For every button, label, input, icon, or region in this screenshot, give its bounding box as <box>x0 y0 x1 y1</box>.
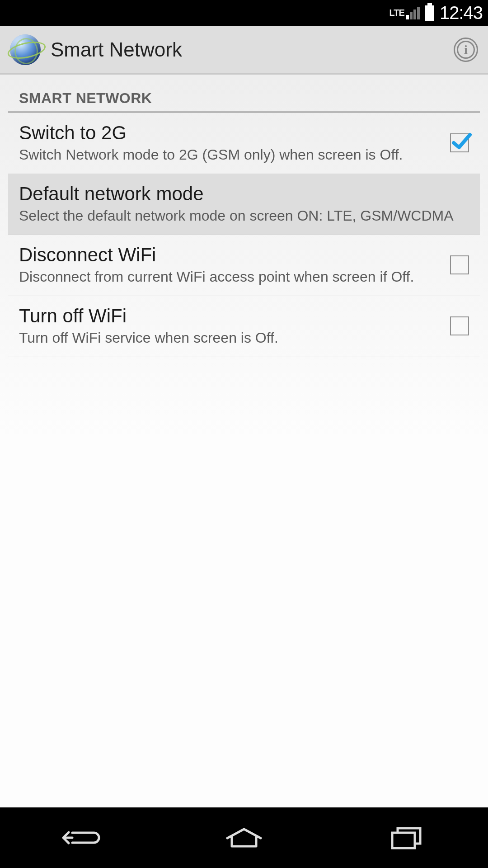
checkbox-turn-off-wifi[interactable] <box>450 316 469 335</box>
settings-list: SMART NETWORK Switch to 2G Switch Networ… <box>0 75 488 807</box>
back-button[interactable] <box>54 824 108 851</box>
signal-indicator: LTE <box>389 7 420 19</box>
action-bar: Smart Network i <box>0 26 488 75</box>
globe-icon <box>10 34 41 65</box>
pref-summary: Switch Network mode to 2G (GSM only) whe… <box>19 146 442 164</box>
pref-title: Turn off WiFi <box>19 305 442 327</box>
pref-title: Default network mode <box>19 183 461 205</box>
recent-icon <box>389 826 425 850</box>
navigation-bar <box>0 807 488 868</box>
pref-disconnect-wifi[interactable]: Disconnect WiFi Disconnect from current … <box>8 235 480 296</box>
page-title: Smart Network <box>51 38 454 61</box>
pref-title: Switch to 2G <box>19 122 442 144</box>
pref-default-network-mode[interactable]: Default network mode Select the default … <box>8 174 480 235</box>
battery-icon <box>425 5 434 21</box>
pref-summary: Turn off WiFi service when screen is Off… <box>19 329 442 347</box>
pref-turn-off-wifi[interactable]: Turn off WiFi Turn off WiFi service when… <box>8 296 480 357</box>
signal-bars-icon <box>406 7 420 19</box>
pref-summary: Select the default network mode on scree… <box>19 207 461 225</box>
home-icon <box>224 826 264 849</box>
info-button[interactable]: i <box>454 38 478 62</box>
home-button[interactable] <box>217 824 271 851</box>
checkbox-switch-to-2g[interactable] <box>450 133 469 152</box>
section-header: SMART NETWORK <box>8 82 480 113</box>
back-icon <box>59 826 104 849</box>
checkbox-disconnect-wifi[interactable] <box>450 255 469 274</box>
network-type-label: LTE <box>389 8 404 18</box>
status-clock: 12:43 <box>440 3 483 23</box>
svg-rect-0 <box>392 833 415 848</box>
status-bar: LTE 12:43 <box>0 0 488 26</box>
info-icon: i <box>464 42 468 57</box>
pref-summary: Disconnect from current WiFi access poin… <box>19 268 442 286</box>
pref-switch-to-2g[interactable]: Switch to 2G Switch Network mode to 2G (… <box>8 113 480 174</box>
recent-apps-button[interactable] <box>380 824 434 851</box>
pref-title: Disconnect WiFi <box>19 244 442 266</box>
check-icon <box>450 131 472 153</box>
